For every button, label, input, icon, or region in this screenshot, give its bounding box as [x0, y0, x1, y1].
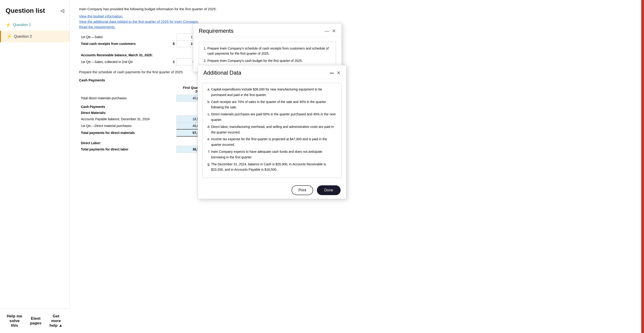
list-item: Direct labor, manufacturing overhead, an…	[211, 124, 337, 135]
additional-data-modal: Additional Data ✕ Capital expenditures i…	[198, 65, 346, 199]
sidebar: Question list ◁ ⚡ Question 1 ⚡ Question …	[0, 0, 70, 333]
link-requirements[interactable]: Read the requirements.	[79, 25, 635, 29]
sidebar-title: Question list	[6, 7, 45, 14]
sidebar-item-label-q1: Question 1	[13, 23, 31, 27]
table-row: Total payments for direct materials 57,1…	[79, 129, 204, 136]
row-label: Total payments for direct labor	[79, 146, 170, 152]
additional-data-modal-header: Additional Data ✕	[198, 65, 346, 79]
list-item: Income tax expense for the first quarter…	[211, 136, 337, 148]
question1-icon: ⚡	[6, 22, 11, 28]
requirements-box: Prepare Irwin Company's schedule of cash…	[199, 42, 336, 67]
get-more-help-button[interactable]: Get more help ▲	[48, 314, 64, 328]
requirements-minimize-button[interactable]: —	[324, 28, 329, 34]
table-row: Total cash receipts from customers $ 171…	[79, 40, 204, 47]
requirements-modal-header: Requirements — ✕	[193, 24, 342, 37]
question2-icon: ⚡	[6, 34, 12, 39]
sidebar-title-area: Question list ◁	[0, 0, 70, 19]
requirements-modal: Requirements — ✕ Prepare Irwin Company's…	[193, 23, 342, 72]
etext-pages-button[interactable]: Etext pages	[30, 316, 42, 326]
additional-data-close-button[interactable]: ✕	[337, 70, 340, 76]
row-label: 1st Qtr.—Sales, collected in 2nd Qtr.	[79, 58, 170, 65]
cash-payments-table: First Quarter 2025 Total direct material…	[79, 84, 204, 153]
sidebar-item-label-q2: Question 2	[14, 34, 32, 38]
table-row: 1st Qtr.—Sales 110,100	[79, 34, 204, 40]
table-row: Total payments for direct labor 36,700	[79, 146, 204, 152]
additional-data-modal-title: Additional Data	[204, 70, 241, 76]
cash-payments-intro: Prepare the schedule of cash payments fo…	[79, 70, 635, 74]
list-item: Capital expenditures include $36,000 for…	[211, 87, 337, 98]
additional-data-modal-controls: ✕	[330, 70, 340, 76]
requirements-modal-controls: — ✕	[324, 28, 336, 34]
list-item: Prepare Irwin Company's schedule of cash…	[208, 46, 331, 56]
sidebar-collapse-button[interactable]: ◁	[60, 8, 64, 14]
table-row: Cash Payments	[79, 102, 204, 110]
bottom-bar: Help me solve this Etext pages Get more …	[0, 308, 70, 333]
right-edge-bar	[641, 0, 644, 333]
table-row: 1st Qtr.—Direct material purchases 40,60…	[79, 122, 204, 130]
done-button[interactable]: Done	[317, 185, 340, 195]
list-item: Direct materials purchases are paid 60% …	[211, 112, 337, 123]
subsection-label: Direct Labor:	[79, 140, 204, 146]
row-label: Total cash receipts from customers	[79, 40, 170, 47]
requirements-close-button[interactable]: ✕	[332, 28, 336, 34]
list-item: Prepare Irwin Company's cash budget for …	[208, 58, 331, 63]
section-label: Cash Payments	[79, 102, 204, 110]
link-additional-data[interactable]: View the additional data related to the …	[79, 20, 635, 24]
row-label: Total payments for direct materials	[79, 129, 170, 136]
row-label: Total direct materials purchases	[79, 95, 170, 102]
cash-receipts-table: 1st Qtr.—Sales 110,100 Total cash receip…	[79, 34, 204, 47]
additional-data-minimize-button[interactable]	[330, 70, 334, 76]
ar-balance-table: Accounts Receivable balance, March 31, 2…	[79, 52, 204, 65]
sidebar-item-question2[interactable]: ⚡ Question 2	[0, 31, 70, 42]
intro-text: Irwin Company has provided the following…	[79, 7, 635, 11]
table-row: Accounts Receivable balance, March 31, 2…	[79, 52, 204, 58]
table-row	[79, 136, 204, 140]
additional-data-modal-body: Capital expenditures include $36,000 for…	[198, 79, 346, 182]
subsection-label: Direct Materials:	[79, 110, 204, 116]
table-row: Total direct materials purchases 40,600	[79, 95, 204, 102]
table-row: 1st Qtr.—Sales, collected in 2nd Qtr. $ …	[79, 58, 204, 65]
row-label: 1st Qtr.—Direct material purchases	[79, 122, 170, 130]
link-budget-info[interactable]: View the budget information.	[79, 14, 635, 18]
table-row: Direct Labor:	[79, 140, 204, 146]
sidebar-item-question1[interactable]: ⚡ Question 1	[0, 19, 70, 31]
main-content: Irwin Company has provided the following…	[70, 0, 644, 333]
requirements-modal-title: Requirements	[199, 28, 234, 34]
ar-balance-header: Accounts Receivable balance, March 31, 2…	[79, 52, 204, 58]
table-row: Direct Materials:	[79, 110, 204, 116]
cash-payments-header: Cash Payments	[79, 78, 635, 82]
list-item: The December 31, 2024, balance in Cash i…	[211, 162, 337, 173]
additional-data-box: Capital expenditures include $36,000 for…	[202, 83, 342, 178]
list-item: Irwin Company expects to have adequate c…	[211, 149, 337, 160]
help-solve-button[interactable]: Help me solve this	[6, 314, 24, 328]
list-item: Cash receipts are 70% of sales in the qu…	[211, 99, 337, 110]
row-label: Accounts Payable balance, December 31, 2…	[79, 116, 170, 122]
print-button[interactable]: Print	[292, 185, 313, 195]
table-header-row: First Quarter 2025	[79, 84, 204, 95]
additional-data-modal-footer: Print Done	[198, 182, 346, 199]
requirements-list: Prepare Irwin Company's schedule of cash…	[208, 46, 331, 63]
additional-data-list: Capital expenditures include $36,000 for…	[211, 87, 337, 172]
table-row: Accounts Payable balance, December 31, 2…	[79, 116, 204, 122]
row-label: 1st Qtr.—Sales	[79, 34, 170, 40]
